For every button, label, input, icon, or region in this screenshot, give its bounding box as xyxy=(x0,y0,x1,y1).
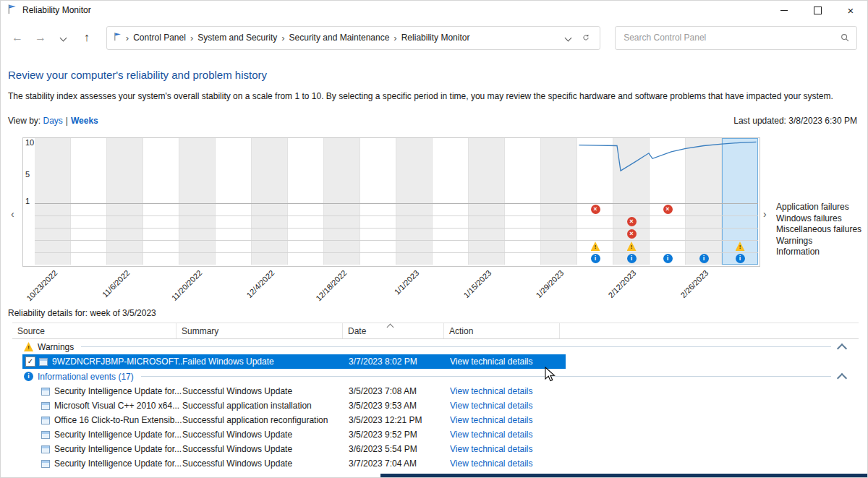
legend-item: Miscellaneous failures xyxy=(776,224,861,236)
info-icon[interactable]: i xyxy=(663,254,673,263)
source-cell: Security Intelligence Update for... xyxy=(22,456,182,471)
source-cell: Microsoft Visual C++ 2010 x64... xyxy=(22,398,182,413)
detail-row[interactable]: Security Intelligence Update for...Succe… xyxy=(22,456,566,471)
legend-item: Information xyxy=(776,247,861,258)
application-icon xyxy=(41,431,50,439)
detail-row[interactable]: Microsoft Visual C++ 2010 x64...Successf… xyxy=(22,398,566,413)
view-technical-details-link[interactable]: View technical details xyxy=(450,398,566,413)
detail-row[interactable]: Security Intelligence Update for...Succe… xyxy=(22,427,566,442)
summary-cell: Successful Windows Update xyxy=(182,427,349,442)
up-button[interactable]: ↑ xyxy=(77,27,96,48)
search-icon xyxy=(841,33,850,43)
source-text: Security Intelligence Update for... xyxy=(54,386,182,396)
legend-item: Warnings xyxy=(776,236,861,247)
date-cell: 3/5/2023 12:21 PM xyxy=(349,413,450,427)
refresh-icon xyxy=(582,33,590,43)
group-label[interactable]: Warnings xyxy=(38,342,74,352)
y-axis-tick: 5 xyxy=(25,170,30,179)
forward-button[interactable]: → xyxy=(31,27,50,48)
error-icon[interactable]: × xyxy=(627,229,637,239)
row-checkbox[interactable]: ✓ xyxy=(25,357,35,367)
refresh-button[interactable] xyxy=(578,29,594,46)
maximize-button[interactable] xyxy=(801,1,834,20)
view-technical-details-link[interactable]: View technical details xyxy=(450,442,566,456)
collapse-chevron-icon[interactable] xyxy=(837,343,847,354)
back-button[interactable]: ← xyxy=(8,27,27,48)
address-dropdown-button[interactable] xyxy=(560,29,576,46)
collapse-chevron-icon[interactable] xyxy=(837,373,847,383)
search-input[interactable] xyxy=(622,32,841,43)
close-icon: × xyxy=(848,5,854,16)
group-header-warnings[interactable]: !Warnings xyxy=(24,339,867,354)
chart-scroll-right-icon[interactable]: › xyxy=(763,208,767,220)
view-technical-details-link[interactable]: View technical details xyxy=(450,456,566,471)
error-icon[interactable]: × xyxy=(591,205,600,214)
detail-row[interactable]: ✓9WZDNCRFJBMP-MICROSOFT....Failed Window… xyxy=(22,354,566,369)
graph-baseline xyxy=(35,203,758,204)
window-title: Reliability Monitor xyxy=(22,5,91,15)
chevron-down-icon xyxy=(60,34,67,41)
chart-scroll-left-icon[interactable]: ‹ xyxy=(11,208,14,220)
view-separator: | xyxy=(66,116,68,126)
error-icon[interactable]: × xyxy=(627,217,637,226)
summary-cell: Successful application installation xyxy=(182,398,349,413)
view-technical-details-link[interactable]: View technical details xyxy=(450,413,566,427)
minimize-icon xyxy=(780,10,788,11)
source-cell: Security Intelligence Update for... xyxy=(22,384,182,398)
application-icon xyxy=(41,445,50,453)
chevron-right-icon: › xyxy=(392,33,398,43)
grid-line xyxy=(35,228,758,229)
chevron-right-icon: › xyxy=(189,33,195,43)
application-icon xyxy=(41,460,50,468)
info-icon[interactable]: i xyxy=(699,254,709,263)
view-bar: View by: Days | Weeks Last updated: 3/8/… xyxy=(8,116,857,126)
legend-item: Application failures xyxy=(776,202,861,213)
chart-legend: Application failuresWindows failuresMisc… xyxy=(776,202,861,258)
source-cell: ✓9WZDNCRFJBMP-MICROSOFT.... xyxy=(22,354,182,369)
source-text: Office 16 Click-to-Run Extensib... xyxy=(54,415,182,425)
chevron-right-icon: › xyxy=(280,33,286,43)
view-technical-details-link[interactable]: View technical details xyxy=(450,427,566,442)
source-cell: Security Intelligence Update for... xyxy=(22,442,182,456)
main-content: Review your computer's reliability and p… xyxy=(1,69,867,471)
address-bar[interactable]: ›Control Panel›System and Security›Secur… xyxy=(106,26,600,50)
chevron-right-icon: › xyxy=(124,33,130,43)
breadcrumb-item[interactable]: Reliability Monitor xyxy=(399,31,473,44)
info-icon[interactable]: i xyxy=(591,254,600,263)
last-updated: Last updated: 3/8/2023 6:30 PM xyxy=(733,116,857,126)
group-header-informational[interactable]: iInformational events (17) xyxy=(24,369,867,384)
detail-row[interactable]: Security Intelligence Update for...Succe… xyxy=(22,442,566,456)
column-header-date[interactable]: Date xyxy=(343,323,444,338)
breadcrumb-item[interactable]: Control Panel xyxy=(130,31,189,44)
breadcrumb-item[interactable]: Security and Maintenance xyxy=(286,31,393,44)
chart-plot-area: 1051 ××××!!!iiiii xyxy=(22,137,760,267)
application-icon xyxy=(41,402,50,410)
group-rule xyxy=(141,376,831,377)
detail-row[interactable]: Security Intelligence Update for...Succe… xyxy=(22,384,566,398)
info-icon[interactable]: i xyxy=(736,254,745,263)
source-text: Security Intelligence Update for... xyxy=(54,444,182,454)
view-weeks-link[interactable]: Weeks xyxy=(71,116,98,126)
recent-pages-button[interactable] xyxy=(54,27,73,48)
detail-row[interactable]: Office 16 Click-to-Run Extensib...Succes… xyxy=(22,413,566,427)
minimize-button[interactable] xyxy=(767,1,801,20)
source-cell: Security Intelligence Update for... xyxy=(22,427,182,442)
view-technical-details-link[interactable]: View technical details xyxy=(450,384,566,398)
source-text: 9WZDNCRFJBMP-MICROSOFT.... xyxy=(52,357,182,367)
view-days-link[interactable]: Days xyxy=(43,116,62,126)
application-icon xyxy=(41,388,50,396)
close-button[interactable]: × xyxy=(834,1,867,20)
grid-line xyxy=(35,240,758,241)
sort-ascending-icon xyxy=(387,324,394,331)
column-header-summary[interactable]: Summary xyxy=(176,323,343,338)
info-icon[interactable]: i xyxy=(627,254,637,263)
breadcrumb-item[interactable]: System and Security xyxy=(195,31,280,44)
chart-columns: ××××!!!iiiii xyxy=(35,138,758,265)
breadcrumb: ›Control Panel›System and Security›Secur… xyxy=(124,31,473,44)
chevron-down-icon xyxy=(564,34,571,41)
window-controls: × xyxy=(767,1,867,20)
error-icon[interactable]: × xyxy=(663,205,673,214)
y-axis-tick: 1 xyxy=(25,197,30,205)
group-label[interactable]: Informational events (17) xyxy=(38,372,134,382)
source-cell: Office 16 Click-to-Run Extensib... xyxy=(22,413,182,427)
